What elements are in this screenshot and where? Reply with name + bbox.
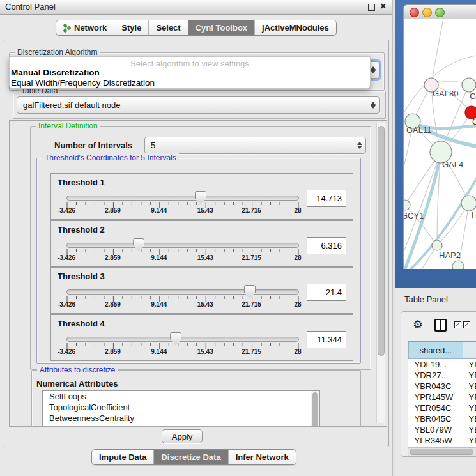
tick-label: -3.426 [58, 301, 75, 308]
threshold-slider-track[interactable] [66, 243, 299, 248]
table-cell[interactable]: YLR3 [463, 435, 476, 446]
tick-label: 2.859 [105, 348, 121, 355]
table-cell[interactable]: YDR27... [409, 370, 463, 381]
float-window-icon[interactable] [368, 4, 375, 11]
attribute-list-item[interactable]: BetweennessCentrality [43, 413, 319, 424]
tick-label: 21.715 [242, 254, 261, 261]
table-cell[interactable]: YPR145W [409, 392, 463, 403]
table-cell[interactable]: YDR2 [463, 370, 476, 381]
network-icon [63, 24, 71, 33]
table-row[interactable]: YER054CYER0 [409, 403, 476, 413]
table-cell[interactable]: YPR1 [463, 392, 476, 403]
discretization-algorithm-title: Discretization Algorithm [15, 48, 100, 57]
table-cell[interactable]: YBR0 [463, 381, 476, 392]
table-row[interactable]: YDL19...YDL1 [409, 359, 476, 371]
tab-infer-network[interactable]: Infer Network [229, 450, 296, 464]
node-label: HAP2 [439, 250, 461, 260]
tick-label: 9.144 [151, 207, 167, 214]
network-canvas[interactable]: GAL80GACGAL11GAL4GCY1HHAP2 [403, 19, 476, 269]
tab-style[interactable]: Style [114, 20, 149, 35]
gear-icon[interactable]: ⚙ [413, 319, 423, 330]
threshold-slider-track[interactable] [66, 196, 299, 201]
table-row[interactable]: YLR345WYLR3 [409, 435, 476, 446]
threshold-value-field[interactable]: 11.344 [307, 331, 346, 348]
table-cell[interactable]: YBL079W [409, 424, 463, 435]
tick-label: 15.43 [197, 348, 213, 355]
close-traffic-light[interactable] [410, 8, 419, 17]
tab-cyni-toolbox[interactable]: Cyni Toolbox [188, 20, 255, 35]
table-row[interactable]: YPR145WYPR1 [409, 392, 476, 403]
column-header[interactable]: shared... [409, 342, 463, 359]
columns-icon[interactable] [434, 319, 447, 332]
attribute-list-item[interactable]: TopologicalCoefficient [43, 402, 319, 413]
threshold-label: Threshold 3 [58, 272, 105, 281]
network-window-titlebar [403, 4, 476, 20]
minimize-traffic-light[interactable] [422, 8, 432, 17]
numerical-attributes-list[interactable]: SelfLoopsTopologicalCoefficientBetweenne… [42, 390, 320, 427]
threshold-box-1: Threshold 1-3.4262.8599.14415.4321.71528… [50, 173, 353, 220]
node-label: C [472, 117, 476, 127]
checkbox-icon[interactable]: ✓ [454, 321, 461, 328]
window-title: Control Panel [5, 2, 56, 12]
close-icon[interactable]: × [380, 1, 386, 12]
column-header[interactable]: na [463, 342, 476, 359]
threshold-value-field[interactable]: 6.316 [307, 237, 346, 254]
tick-label: 15.43 [197, 301, 213, 308]
apply-button[interactable]: Apply [162, 429, 203, 443]
table-cell[interactable]: YBR0 [463, 413, 476, 424]
network-node-GCY1[interactable] [404, 200, 410, 210]
tick-label: 28 [294, 348, 301, 355]
network-node-bottom-node[interactable] [452, 261, 464, 269]
popup-item-manual-discretization[interactable]: Manual Discretization [11, 68, 100, 77]
tick-label: 9.144 [151, 301, 167, 308]
number-of-intervals-value: 5 [145, 141, 354, 150]
table-data-combobox[interactable]: galFiltered.sif default node [17, 96, 380, 114]
table-row[interactable]: YDR27...YDR2 [409, 370, 476, 381]
tick-label: 21.715 [242, 207, 261, 214]
network-node-H-partial[interactable] [461, 196, 476, 211]
settings-panel-scrollbar[interactable] [376, 123, 385, 423]
node-label: GAL11 [406, 125, 432, 135]
tick-label: 9.144 [151, 348, 167, 355]
tab-jactivemnodules[interactable]: jActiveMNodules [255, 20, 336, 35]
table-cell[interactable]: YBL0 [463, 424, 476, 435]
threshold-box-2: Threshold 2-3.4262.8599.14415.4321.71528… [50, 220, 353, 267]
table-row[interactable]: YBR045CYBR0 [409, 413, 476, 424]
threshold-value-field[interactable]: 14.713 [307, 190, 346, 207]
numerical-attributes-label: Numerical Attributes [36, 379, 118, 388]
table-row[interactable]: YBL079WYBL0 [409, 424, 476, 435]
table-cell[interactable]: YLR345W [409, 435, 463, 446]
combo-arrows-icon [367, 102, 379, 109]
tick-label: 21.715 [242, 301, 261, 308]
table-cell[interactable]: YBR045C [409, 413, 463, 424]
tab-discretize-data[interactable]: Discretize Data [154, 450, 228, 464]
tick-label: 28 [294, 254, 301, 261]
tab-impute-data[interactable]: Impute Data [92, 450, 154, 464]
tick-label: 2.859 [105, 207, 121, 214]
table-cell[interactable]: YBR043C [409, 381, 463, 392]
maximize-traffic-light[interactable] [435, 8, 445, 17]
table-cell[interactable]: YDL19... [409, 359, 463, 371]
checkbox-icon[interactable]: ✓ [463, 321, 470, 328]
table-cell[interactable]: YER0 [463, 403, 476, 413]
tick-label: 28 [294, 301, 301, 308]
tick-label: 2.859 [105, 301, 121, 308]
attribute-list-item[interactable]: SelfLoops [43, 391, 319, 402]
threshold-slider-track[interactable] [66, 337, 299, 342]
threshold-label: Threshold 2 [58, 225, 105, 234]
number-of-intervals-combobox[interactable]: 5 [144, 137, 366, 154]
table-row[interactable]: YBR043CYBR0 [409, 381, 476, 392]
attributes-list-scrollbar[interactable] [311, 391, 319, 427]
network-node-GAL-partial[interactable] [462, 78, 476, 92]
table-horizontal-scrollbar[interactable] [408, 447, 476, 456]
slider-ticks [66, 249, 299, 256]
threshold-slider-track[interactable] [66, 289, 299, 295]
tab-select[interactable]: Select [149, 20, 188, 35]
threshold-value-field[interactable]: 21.4 [307, 284, 346, 301]
network-node-HAP2[interactable] [432, 240, 442, 250]
table-cell[interactable]: YER054C [409, 403, 463, 413]
popup-item-equal-width-frequency-discretization[interactable]: Equal Width/Frequency Discretization [11, 78, 155, 88]
table-cell[interactable]: YDL1 [463, 359, 476, 371]
tab-network[interactable]: Network [56, 20, 114, 35]
popup-prompt: Select algorithm to view settings [10, 59, 370, 68]
